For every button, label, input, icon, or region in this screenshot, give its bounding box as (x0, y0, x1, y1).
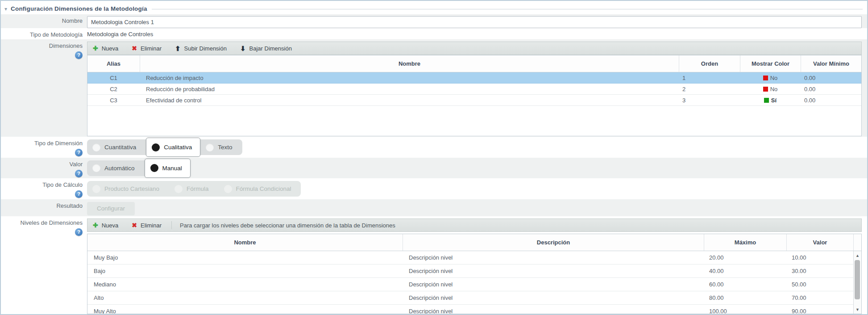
help-icon[interactable]: ? (75, 228, 83, 236)
tipo-dimension-label: Tipo de Dimensión ? (1, 137, 87, 157)
row-valor: Valor ? AutomáticoManual (1, 158, 867, 178)
radio-manual[interactable]: Manual (145, 159, 191, 178)
radio-automatico[interactable]: Automático (87, 160, 145, 176)
radio-cuantitativa[interactable]: Cuantitativa (87, 139, 146, 155)
tipo-calculo-radio-group: Producto CartesianoFórmulaFórmula Condic… (87, 181, 301, 197)
cell-valor-minimo: 0.00 (801, 86, 861, 92)
nueva-nivel-button[interactable]: ✚ Nueva (93, 222, 118, 229)
table-row[interactable]: C1Reducción de impacto1No0.00 (87, 72, 861, 84)
nueva-dimension-button[interactable]: ✚ Nueva (93, 45, 118, 52)
plus-icon: ✚ (93, 45, 98, 51)
cell-nombre: Reducción de probabilidad (140, 86, 679, 92)
radio-producto-cartesiano: Producto Cartesiano (87, 181, 169, 197)
cell-descripcion: Descripción nivel (403, 308, 704, 314)
radio-formula-condicional: Fórmula Condicional (219, 181, 301, 197)
cell-nombre: Mediano (87, 281, 403, 288)
tipo-calculo-label: Tipo de Cálculo ? (1, 178, 87, 199)
config-panel: ▾ Configuración Dimensiones de la Metodo… (0, 0, 868, 315)
row-tipo-dimension: Tipo de Dimensión ? CuantitativaCualitat… (1, 137, 867, 157)
table-row[interactable]: Muy AltoDescripción nivel100.0090.00 (87, 305, 861, 314)
scrollbar-thumb[interactable] (855, 260, 860, 299)
radio-texto[interactable]: Texto (200, 139, 242, 155)
cell-valor: 70.00 (786, 294, 853, 301)
cell-maximo: 80.00 (704, 294, 786, 301)
cell-valor: 50.00 (786, 281, 853, 288)
radio-cualitativa[interactable]: Cualitativa (146, 138, 200, 157)
scroll-up-icon[interactable]: ▲ (854, 253, 861, 258)
row-resultado: Resultado Configurar (1, 199, 867, 216)
scroll-down-icon[interactable]: ▼ (854, 307, 861, 312)
cell-nombre: Efectividad de control (140, 97, 679, 104)
table-row[interactable]: MedianoDescripción nivel60.0050.00 (87, 278, 861, 291)
tipo-dimension-radio-group: CuantitativaCualitativaTexto (87, 139, 242, 155)
table-row[interactable]: C2Reducción de probabilidad2No0.00 (87, 84, 861, 95)
help-icon[interactable]: ? (75, 170, 83, 177)
valor-label: Valor ? (1, 158, 87, 178)
delete-x-icon: ✖ (132, 222, 137, 228)
niveles-table: Nombre Descripción Máximo Valor Muy Bajo… (87, 234, 862, 314)
panel-title: Configuración Dimensiones de la Metodolo… (11, 5, 147, 12)
column-header-alias: Alias (87, 55, 140, 72)
toolbar-separator (171, 221, 172, 229)
dimensiones-label: Dimensiones ? (1, 39, 87, 137)
cell-mostrar-color: No (740, 86, 801, 92)
cell-nombre: Bajo (87, 268, 403, 274)
cell-mostrar-color: Sí (740, 97, 801, 104)
niveles-table-header: Nombre Descripción Máximo Valor (87, 234, 861, 251)
radio-dot-icon (150, 164, 158, 172)
subir-dimension-button[interactable]: ⬆ Subir Dimensión (175, 45, 227, 52)
radio-dot-icon (92, 143, 100, 151)
table-row[interactable]: C3Efectividad de control3Sí0.00 (87, 95, 861, 106)
arrow-up-icon: ⬆ (175, 45, 181, 52)
row-tipo-calculo: Tipo de Cálculo ? Producto CartesianoFór… (1, 178, 867, 199)
nombre-label: Nombre (1, 14, 87, 28)
table-row[interactable]: BajoDescripción nivel40.0030.00 (87, 265, 861, 278)
row-niveles: Niveles de Dimensiones ? ✚ Nueva ✖ Elimi… (1, 216, 867, 314)
column-header-valor: Valor (786, 234, 853, 251)
cell-maximo: 60.00 (704, 281, 786, 288)
cell-descripcion: Descripción nivel (403, 254, 704, 261)
cell-maximo: 40.00 (704, 268, 786, 274)
collapse-caret-icon[interactable]: ▾ (4, 6, 7, 12)
cell-orden: 1 (679, 75, 740, 81)
cell-nombre: Muy Bajo (87, 254, 403, 261)
delete-x-icon: ✖ (132, 45, 137, 51)
scrollbar[interactable]: ▲ ▼ (853, 251, 861, 314)
cell-valor: 30.00 (786, 268, 853, 274)
cell-descripcion: Descripción nivel (403, 281, 704, 288)
help-icon[interactable]: ? (75, 51, 83, 59)
radio-dot-icon (92, 185, 100, 193)
column-header-nombre: Nombre (140, 55, 679, 72)
help-icon[interactable]: ? (75, 190, 83, 198)
color-swatch-icon (763, 87, 768, 92)
nombre-input[interactable] (87, 16, 862, 28)
column-header-descripcion: Descripción (403, 234, 704, 251)
table-row[interactable]: Muy BajoDescripción nivel20.0010.00 (87, 251, 861, 265)
column-header-mostrar-color: Mostrar Color (740, 55, 801, 72)
configurar-button: Configurar (87, 202, 135, 215)
valor-radio-group: AutomáticoManual (87, 160, 191, 176)
cell-valor-minimo: 0.00 (801, 75, 861, 81)
eliminar-nivel-button[interactable]: ✖ Eliminar (132, 222, 162, 229)
cell-orden: 3 (679, 97, 740, 104)
color-swatch-icon (764, 98, 769, 103)
cell-nombre: Reducción de impacto (140, 75, 679, 81)
cell-valor: 10.00 (786, 254, 853, 261)
niveles-toolbar: ✚ Nueva ✖ Eliminar Para cargar los nivel… (87, 218, 862, 232)
cell-descripcion: Descripción nivel (403, 294, 704, 301)
radio-dot-icon (92, 164, 100, 172)
cell-alias: C1 (87, 75, 140, 81)
column-header-maximo: Máximo (704, 234, 786, 251)
help-icon[interactable]: ? (75, 149, 83, 156)
cell-valor: 90.00 (786, 308, 853, 314)
column-header-orden: Orden (679, 55, 740, 72)
bajar-dimension-button[interactable]: ⬇ Bajar Dimensión (240, 45, 292, 52)
eliminar-dimension-button[interactable]: ✖ Eliminar (132, 45, 162, 52)
radio-dot-icon (152, 143, 160, 151)
table-row[interactable]: AltoDescripción nivel80.0070.00 (87, 291, 861, 305)
niveles-hint-text: Para cargar los niveles debe seleccionar… (180, 222, 395, 229)
cell-nombre: Alto (87, 294, 403, 301)
row-tipo-metodologia: Tipo de Metodología Metodologia de Contr… (1, 28, 867, 40)
panel-header: ▾ Configuración Dimensiones de la Metodo… (1, 1, 867, 14)
dimensiones-table: Alias Nombre Orden Mostrar Color Valor M… (87, 55, 862, 136)
